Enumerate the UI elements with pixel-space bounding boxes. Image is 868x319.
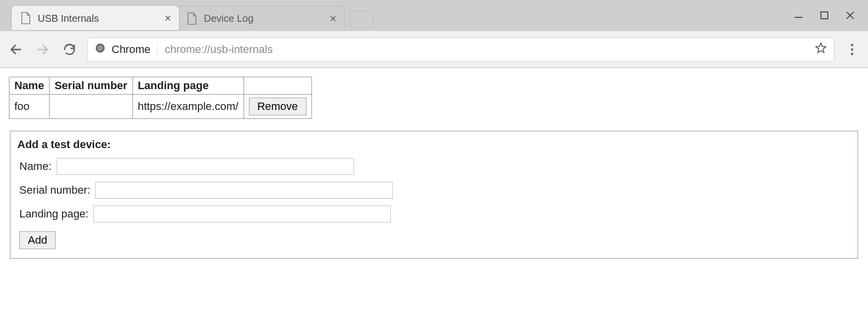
window-controls: [792, 0, 864, 31]
name-label: Name:: [19, 160, 52, 173]
separator: [157, 43, 158, 56]
col-actions: [244, 77, 311, 95]
serial-label: Serial number:: [19, 184, 90, 197]
svg-rect-1: [821, 12, 828, 19]
chrome-icon: [95, 43, 106, 56]
reload-button[interactable]: [61, 41, 78, 58]
new-tab-button[interactable]: [349, 11, 373, 28]
landing-page-label: Landing page:: [19, 208, 88, 220]
menu-button[interactable]: [843, 41, 861, 58]
col-name: Name: [9, 77, 50, 95]
landing-page-input[interactable]: [93, 206, 391, 222]
cell-serial: [49, 95, 132, 119]
tab-device-log[interactable]: Device Log ✕: [177, 6, 345, 31]
col-landing-page: Landing page: [132, 77, 244, 95]
browser-chrome: USB Internals ✕ Device Log ✕: [0, 0, 868, 68]
devices-table: Name Serial number Landing page foo http…: [9, 77, 312, 119]
close-icon[interactable]: ✕: [329, 14, 337, 23]
name-input[interactable]: [57, 158, 354, 175]
cell-name: foo: [9, 95, 50, 119]
serial-input[interactable]: [95, 182, 393, 199]
svg-point-10: [851, 44, 854, 46]
svg-marker-9: [816, 43, 826, 53]
minimize-icon[interactable]: [792, 8, 806, 22]
close-window-icon[interactable]: [843, 8, 857, 22]
back-button[interactable]: [7, 41, 25, 58]
col-serial-number: Serial number: [49, 77, 132, 95]
bookmark-star-icon[interactable]: [815, 42, 827, 57]
origin-label: Chrome: [112, 43, 150, 56]
form-row-name: Name:: [19, 158, 849, 175]
form-row-serial: Serial number:: [19, 182, 849, 199]
add-button[interactable]: Add: [19, 231, 56, 249]
svg-point-8: [99, 47, 102, 50]
remove-button[interactable]: Remove: [249, 98, 307, 115]
form-row-landing-page: Landing page:: [19, 206, 849, 222]
page-icon: [21, 12, 31, 25]
add-test-device-box: Add a test device: Name: Serial number: …: [10, 131, 858, 259]
page-content: Name Serial number Landing page foo http…: [0, 68, 868, 259]
toolbar: Chrome chrome://usb-internals: [0, 31, 868, 67]
tab-title: Device Log: [204, 13, 253, 24]
tab-usb-internals[interactable]: USB Internals ✕: [11, 6, 180, 31]
origin-chip: Chrome: [95, 43, 150, 56]
tab-strip: USB Internals ✕ Device Log ✕: [0, 0, 868, 31]
cell-landing-page: https://example.com/: [132, 95, 244, 119]
close-icon[interactable]: ✕: [164, 14, 172, 23]
page-icon: [187, 12, 197, 25]
table-row: foo https://example.com/ Remove: [9, 95, 312, 119]
add-test-device-legend: Add a test device:: [17, 138, 847, 151]
svg-point-12: [851, 53, 854, 55]
omnibox[interactable]: Chrome chrome://usb-internals: [87, 38, 834, 61]
maximize-icon[interactable]: [817, 8, 831, 22]
url-text: chrome://usb-internals: [165, 43, 808, 56]
cell-actions: Remove: [244, 95, 311, 119]
forward-button[interactable]: [34, 41, 52, 58]
svg-point-11: [851, 48, 854, 51]
tab-title: USB Internals: [38, 13, 99, 24]
